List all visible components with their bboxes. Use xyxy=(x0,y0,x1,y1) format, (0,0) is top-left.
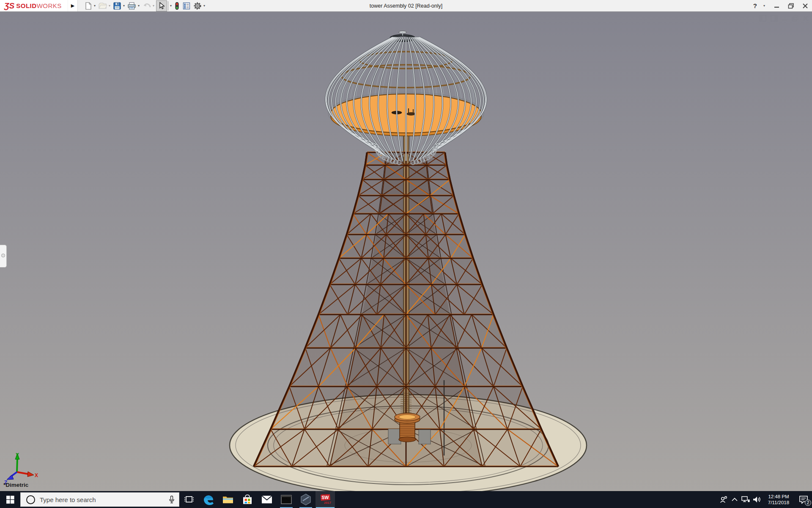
new-document-button[interactable] xyxy=(83,1,93,11)
print-button[interactable] xyxy=(126,1,137,11)
restore-icon xyxy=(788,3,794,9)
new-caret[interactable]: ▾ xyxy=(94,4,96,8)
traffic-light-icon xyxy=(174,2,180,10)
taskbar-icon-solidworks[interactable]: SW 2017 xyxy=(315,491,335,508)
cortana-icon xyxy=(26,495,35,504)
people-icon xyxy=(719,495,728,504)
select-button[interactable] xyxy=(156,0,167,11)
quick-access-toolbar: ▾ ▾ ▾ ▾ xyxy=(83,0,206,11)
file-explorer-icon xyxy=(222,495,233,504)
doc-minimize-icon[interactable] xyxy=(782,15,787,21)
chevron-up-icon xyxy=(731,497,738,502)
settings-caret[interactable]: ▾ xyxy=(203,4,205,8)
model-canvas[interactable] xyxy=(0,13,812,491)
selection-filter-button[interactable] xyxy=(173,1,181,11)
options-list-icon xyxy=(182,2,191,10)
taskbar-clock[interactable]: 12:48 PM 7/11/2018 xyxy=(765,494,793,505)
open-caret[interactable]: ▾ xyxy=(109,4,110,8)
network-icon xyxy=(741,496,750,503)
orientation-triad: Y X Z xyxy=(3,451,45,485)
microphone-icon[interactable] xyxy=(169,495,175,504)
start-button[interactable] xyxy=(0,491,20,508)
undo-button[interactable] xyxy=(141,1,152,11)
doc-restore-icon[interactable] xyxy=(792,15,798,22)
taskbar-icon-mail[interactable] xyxy=(257,491,277,508)
help-caret[interactable]: ▾ xyxy=(763,4,765,8)
clock-time: 12:48 PM xyxy=(765,494,793,500)
print-icon xyxy=(127,2,136,10)
minimize-icon xyxy=(774,3,779,8)
new-document-icon xyxy=(84,2,92,10)
notification-badge: 2 xyxy=(805,500,811,506)
doc-close-icon[interactable] xyxy=(803,15,809,21)
solidworks-2017-icon: SW 2017 xyxy=(319,494,332,505)
svg-text:C:\_: C:\_ xyxy=(283,497,290,501)
select-cursor-icon xyxy=(157,2,166,10)
feature-manager-flyout-tab[interactable] xyxy=(0,245,7,268)
view-orientation-label: *Dimetric xyxy=(3,482,28,488)
task-view-button[interactable] xyxy=(179,491,199,508)
title-bar: ƷS SOLIDWORKS ▶ tower Assembly 02 [Read-… xyxy=(0,0,812,13)
close-icon xyxy=(802,3,808,9)
action-center-button[interactable]: 2 xyxy=(795,491,812,508)
options-list-button[interactable] xyxy=(181,1,192,11)
close-button[interactable] xyxy=(801,2,809,10)
pane-left-icon[interactable] xyxy=(759,15,766,22)
taskbar-search[interactable]: Type here to search xyxy=(20,492,179,507)
network-tray-button[interactable] xyxy=(740,491,751,508)
graphics-viewport[interactable]: Y X Z *Dimetric xyxy=(0,13,812,491)
taskbar-icon-microsoft-store[interactable] xyxy=(238,491,257,508)
hidden-icons-button[interactable] xyxy=(729,491,740,508)
taskbar-icon-file-explorer[interactable] xyxy=(218,491,238,508)
undo-icon xyxy=(142,2,151,10)
clock-date: 7/11/2018 xyxy=(765,500,793,505)
people-tray-button[interactable] xyxy=(718,491,729,508)
settings-button[interactable] xyxy=(192,1,203,11)
mail-icon xyxy=(261,495,272,504)
select-caret[interactable]: ▾ xyxy=(168,1,172,11)
open-document-button[interactable] xyxy=(97,1,108,11)
flyout-pin-icon xyxy=(1,254,5,257)
gear-icon xyxy=(193,2,202,10)
axis-y-label: Y xyxy=(16,452,19,458)
taskbar-icon-edge[interactable] xyxy=(199,491,218,508)
system-tray: 12:48 PM 7/11/2018 2 xyxy=(718,491,812,508)
edge-browser-icon xyxy=(203,494,214,505)
solidworks-logo-glyph: ƷS xyxy=(4,2,14,10)
pane-right-icon[interactable] xyxy=(771,15,778,22)
open-document-icon xyxy=(98,2,107,10)
windows-logo-icon xyxy=(6,496,14,504)
volume-tray-button[interactable] xyxy=(751,491,762,508)
taskbar-icon-command-prompt[interactable]: C:\_ xyxy=(277,491,296,508)
task-view-icon xyxy=(184,495,194,504)
speaker-icon xyxy=(752,496,761,503)
hexagon-app-icon xyxy=(300,494,311,505)
save-icon xyxy=(113,2,121,10)
taskbar-icon-hexagon-app[interactable] xyxy=(296,491,315,508)
taskbar-apps: C:\_ SW 2017 xyxy=(179,491,335,508)
print-caret[interactable]: ▾ xyxy=(138,4,140,8)
help-button[interactable]: ? xyxy=(753,2,757,9)
solidworks-logo: ƷS SOLIDWORKS xyxy=(0,0,68,11)
restore-button[interactable] xyxy=(787,2,795,10)
svg-text:2017: 2017 xyxy=(324,501,331,505)
windows-taskbar: Type here to search xyxy=(0,491,812,508)
svg-text:SW: SW xyxy=(322,495,329,500)
axis-x-label: X xyxy=(35,472,38,478)
minimize-button[interactable] xyxy=(772,2,781,10)
microsoft-store-icon xyxy=(242,494,252,505)
save-caret[interactable]: ▾ xyxy=(123,4,125,8)
window-controls: ? ▾ xyxy=(753,0,809,11)
search-placeholder: Type here to search xyxy=(40,496,169,503)
document-window-controls xyxy=(759,15,809,22)
menu-expand-button[interactable]: ▶ xyxy=(68,0,78,11)
command-prompt-icon: C:\_ xyxy=(281,494,292,505)
save-button[interactable] xyxy=(112,1,122,11)
undo-caret[interactable]: ▾ xyxy=(153,4,154,8)
